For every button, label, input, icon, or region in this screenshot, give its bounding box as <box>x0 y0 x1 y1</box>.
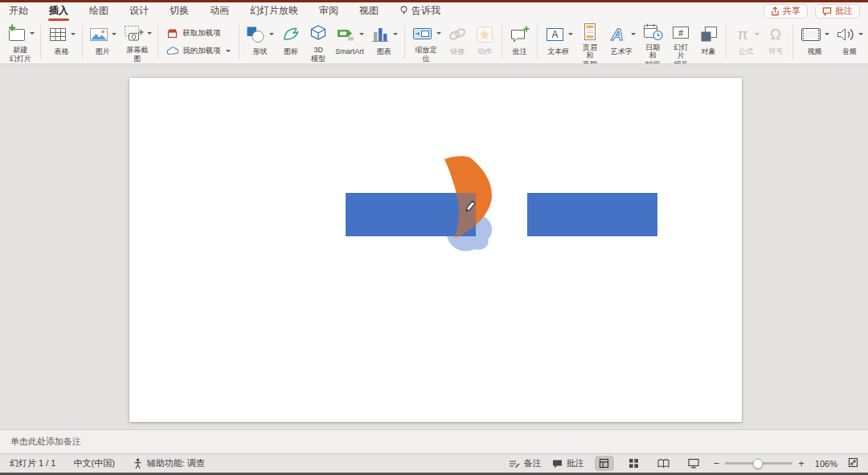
fit-to-window-icon <box>848 457 858 468</box>
dropdown-caret <box>436 32 441 35</box>
fit-to-window-button[interactable] <box>848 457 858 469</box>
notes-icon <box>509 459 520 469</box>
group-separator <box>239 25 240 59</box>
get-addins-button[interactable]: 获取加载项 <box>166 27 231 39</box>
group-separator <box>158 25 158 59</box>
new-slide-button[interactable]: 新建 幻灯片 <box>3 21 37 63</box>
screenshot-button[interactable]: 屏幕截图 <box>120 21 154 63</box>
group-separator <box>404 25 405 59</box>
zoom-slider-thumb[interactable] <box>752 458 763 469</box>
icons-button[interactable]: 图标 <box>277 21 305 63</box>
tab-view[interactable]: 视图 <box>358 2 379 20</box>
picture-button[interactable]: 图片 <box>86 21 120 63</box>
zoom-percentage[interactable]: 106% <box>815 459 837 469</box>
comments-button[interactable]: 批注 <box>815 4 860 18</box>
tab-home[interactable]: 开始 <box>8 2 29 20</box>
dropdown-caret <box>631 33 636 35</box>
wordart-button[interactable]: A 艺术字 <box>604 21 638 63</box>
reading-view-button[interactable] <box>654 456 674 471</box>
symbol-button: Ω 符号 <box>762 21 789 63</box>
slide-shapes <box>129 78 742 422</box>
textbox-button[interactable]: A 文本框 <box>541 21 575 63</box>
action-button: 动作 <box>471 21 498 63</box>
tab-insert[interactable]: 插入 <box>48 2 69 20</box>
new-comment-button[interactable]: 批注 <box>506 21 534 63</box>
right-blue-rectangle[interactable] <box>527 193 657 236</box>
tab-draw[interactable]: 绘图 <box>88 2 109 20</box>
slide-sorter-view-button[interactable] <box>624 456 644 471</box>
dropdown-caret <box>393 33 398 35</box>
group-separator <box>792 25 793 59</box>
language-indicator[interactable]: 中文(中国) <box>73 457 114 469</box>
slideshow-icon <box>688 458 699 469</box>
object-button[interactable]: 对象 <box>695 21 723 63</box>
equation-pi-icon: π <box>733 24 752 45</box>
header-footer-button[interactable]: 页眉和 页脚 <box>575 21 604 63</box>
notes-placeholder[interactable]: 单击此处添加备注 <box>10 436 81 448</box>
zoom-out-button[interactable]: − <box>714 457 720 469</box>
video-icon <box>800 24 822 45</box>
link-icon <box>447 24 468 45</box>
3d-models-button[interactable]: 3D 模型 <box>305 21 332 63</box>
tab-review[interactable]: 审阅 <box>318 2 339 20</box>
notes-pane[interactable]: 单击此处添加备注 <box>0 429 868 453</box>
header-footer-icon <box>579 22 600 43</box>
ribbon-insert: 新建 幻灯片 表格 图片 <box>0 19 868 64</box>
tab-transitions[interactable]: 切换 <box>169 2 190 20</box>
slide-number-icon: # <box>670 22 691 43</box>
picture-icon <box>88 24 109 45</box>
normal-view-icon <box>599 458 609 469</box>
notes-toggle[interactable]: 备注 <box>509 457 542 469</box>
normal-view-button[interactable] <box>595 456 614 471</box>
video-button[interactable]: 视频 <box>796 21 832 63</box>
slideshow-view-button[interactable] <box>684 456 703 471</box>
status-bar: 幻灯片 1 / 1 中文(中国) 辅助功能: 调查 备注 <box>0 453 868 473</box>
chart-button[interactable]: 图表 <box>367 21 401 63</box>
slide-number-button[interactable]: # 幻灯片 编号 <box>667 21 695 63</box>
date-time-button[interactable]: 日期和 时间 <box>639 21 667 63</box>
slide[interactable] <box>129 78 742 422</box>
zoom-link-button[interactable]: 缩放定位 <box>408 21 444 63</box>
tab-design[interactable]: 设计 <box>129 2 149 20</box>
table-icon <box>47 24 68 45</box>
dropdown-caret <box>825 33 829 35</box>
cube-icon <box>308 23 329 44</box>
slide-editing-area[interactable] <box>0 64 868 429</box>
smartart-icon <box>335 24 357 45</box>
audio-button[interactable]: 音频 <box>833 21 866 63</box>
dropdown-caret <box>568 33 573 35</box>
powerpoint-window: 开始 插入 绘图 设计 切换 动画 幻灯片放映 审阅 视图 告诉我 <box>0 0 868 475</box>
left-blue-rectangle[interactable] <box>346 193 476 236</box>
share-button[interactable]: 共享 <box>764 4 808 18</box>
ribbon-tabs: 开始 插入 绘图 设计 切换 动画 幻灯片放映 审阅 视图 告诉我 <box>8 2 441 20</box>
dropdown-caret <box>269 33 274 35</box>
new-slide-icon <box>6 23 27 44</box>
shapes-button[interactable]: 形状 <box>243 21 277 63</box>
reading-view-icon <box>657 458 669 469</box>
comments-toggle[interactable]: 批注 <box>552 457 584 469</box>
tab-animations[interactable]: 动画 <box>209 2 230 20</box>
shapes-icon <box>245 24 267 45</box>
svg-text:A: A <box>551 29 558 40</box>
slide-counter: 幻灯片 1 / 1 <box>10 457 55 469</box>
zoom-in-button[interactable]: + <box>798 457 805 469</box>
my-addins-button[interactable]: 我的加载项 <box>166 45 231 57</box>
link-button: 链接 <box>444 21 471 63</box>
tab-slideshow[interactable]: 幻灯片放映 <box>249 2 299 20</box>
table-button[interactable]: 表格 <box>44 21 78 63</box>
tab-tell-me[interactable]: 告诉我 <box>399 2 441 20</box>
svg-text:Ω: Ω <box>771 27 781 43</box>
smartart-button[interactable]: SmartArt <box>332 21 366 63</box>
dropdown-caret <box>71 33 76 35</box>
new-comment-icon <box>509 24 530 45</box>
wordart-icon: A <box>607 24 628 45</box>
ribbon-tab-bar: 开始 插入 绘图 设计 切换 动画 幻灯片放映 审阅 视图 告诉我 <box>0 2 868 19</box>
svg-text:#: # <box>678 28 683 38</box>
dropdown-caret <box>755 33 760 35</box>
star-icon <box>474 24 495 45</box>
object-icon <box>698 24 719 45</box>
comment-filled-icon <box>552 459 563 469</box>
zoom-slider[interactable] <box>725 462 792 465</box>
group-separator <box>537 25 538 59</box>
accessibility-status[interactable]: 辅助功能: 调查 <box>133 457 205 469</box>
